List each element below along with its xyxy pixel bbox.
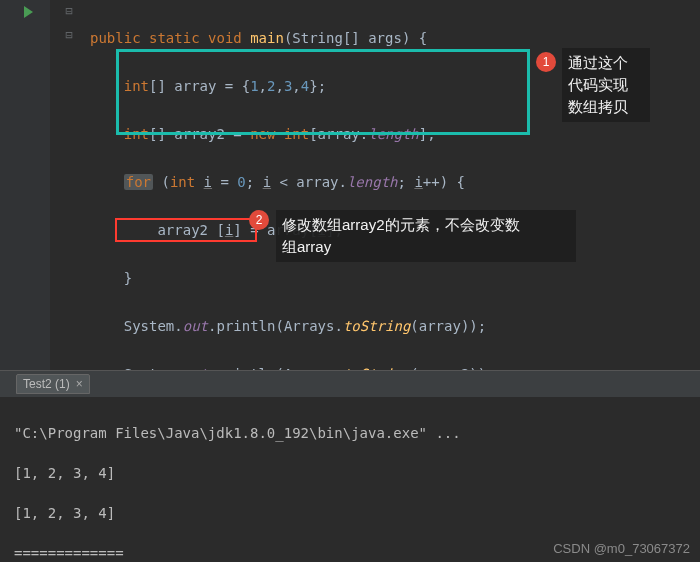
terminal-line: "C:\Program Files\Java\jdk1.8.0_192\bin\… bbox=[14, 423, 686, 443]
code-editor[interactable]: ⊟ ⊟ public static void main(String[] arg… bbox=[0, 0, 700, 370]
code-line: public static void main(String[] args) { bbox=[90, 26, 700, 50]
code-line: System.out.println(Arrays.toString(array… bbox=[90, 314, 700, 338]
code-line: System.out.println(Arrays.toString(array… bbox=[90, 362, 700, 370]
console-panel: Test2 (1) × "C:\Program Files\Java\jdk1.… bbox=[0, 370, 700, 562]
run-tab[interactable]: Test2 (1) × bbox=[16, 374, 90, 394]
code-line: int[] array2 = new int[array.length]; bbox=[90, 122, 700, 146]
terminal-line: [1, 2, 3, 4] bbox=[14, 503, 686, 523]
terminal-line: [1, 2, 3, 4] bbox=[14, 463, 686, 483]
terminal-output[interactable]: "C:\Program Files\Java\jdk1.8.0_192\bin\… bbox=[0, 397, 700, 562]
code-line: int[] array = {1,2,3,4}; bbox=[90, 74, 700, 98]
watermark: CSDN @m0_73067372 bbox=[553, 541, 690, 556]
console-tabbar: Test2 (1) × bbox=[0, 371, 700, 397]
code-line: for (int i = 0; i < array.length; i++) { bbox=[90, 170, 700, 194]
code-line: array2 [i] = array[i]; bbox=[90, 218, 700, 242]
close-icon[interactable]: × bbox=[76, 377, 83, 391]
tab-label: Test2 (1) bbox=[23, 377, 70, 391]
code-line: } bbox=[90, 266, 700, 290]
code-block[interactable]: public static void main(String[] args) {… bbox=[0, 0, 700, 370]
